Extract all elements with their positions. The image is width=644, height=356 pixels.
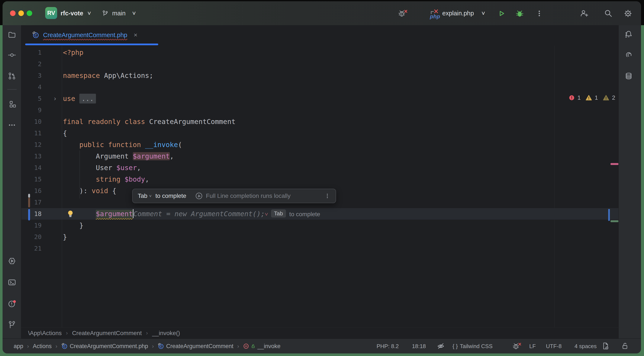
tab-filename: CreateArgumentComment.php [43, 32, 127, 39]
code-line[interactable]: namespace App\Actions; [63, 70, 153, 81]
php-version-widget[interactable]: PHP: 8.2 [376, 339, 399, 353]
php-class-icon: C [32, 31, 40, 39]
gutter-line-number[interactable]: 3 [26, 70, 42, 81]
code-line[interactable]: $argumentComment = new ArgumentComment()… [63, 208, 320, 220]
tab-close-icon[interactable]: × [134, 31, 138, 39]
tab-options-menu[interactable] [622, 31, 630, 39]
encoding-widget[interactable]: UTF-8 [546, 339, 562, 353]
code-line[interactable]: } [63, 220, 84, 231]
code-line[interactable]: } [63, 231, 67, 243]
code-with-me-button[interactable] [580, 9, 589, 18]
run-button[interactable] [497, 10, 506, 18]
branch-selector[interactable]: main [112, 1, 126, 25]
gutter-line-number[interactable]: 16 [26, 185, 42, 197]
weak-warning-count: 2 [612, 95, 615, 101]
fold-arrow-icon[interactable]: › [52, 93, 58, 104]
mute-breakpoints-status-icon[interactable] [513, 339, 522, 353]
code-line[interactable]: Argument $argument, [63, 150, 174, 162]
intention-bulb-icon[interactable] [66, 210, 75, 218]
highlighting-level-icon[interactable] [437, 339, 445, 353]
pull-requests-tool-icon[interactable] [8, 72, 16, 80]
stripe-ok-mark[interactable] [610, 220, 618, 222]
more-actions-menu[interactable] [535, 10, 543, 18]
structure-tool-icon[interactable] [8, 100, 16, 108]
run-config-php-icon[interactable]: php [428, 8, 440, 20]
code-line[interactable]: ): void { [63, 185, 116, 197]
project-selector[interactable]: rfc-vote [60, 1, 83, 25]
breadcrumb-item[interactable]: __invoke() [152, 330, 180, 336]
indent-widget[interactable]: 4 spaces [574, 339, 597, 353]
project-icon[interactable]: RV [45, 7, 57, 19]
gutter-line-number[interactable]: 21 [26, 243, 42, 254]
commit-tool-icon[interactable] [8, 51, 16, 59]
gutter-line-number[interactable]: 20 [26, 231, 42, 243]
stripe-error-mark[interactable] [610, 163, 618, 165]
version-control-tool-icon[interactable] [8, 320, 16, 329]
statusbar-path-item[interactable]: app [14, 343, 23, 349]
hint-more-menu[interactable] [324, 193, 330, 199]
close-window-button[interactable] [10, 11, 16, 16]
statusbar-path-item[interactable]: m__invoke [243, 343, 280, 349]
full-line-completion-icon [195, 192, 203, 200]
completion-hint-popup[interactable]: Tab ˅ to complete Full Line completion r… [132, 189, 336, 203]
code-line[interactable]: use ... [63, 93, 96, 104]
caret-position-widget[interactable]: 18:18 [412, 339, 426, 353]
tailwind-widget[interactable]: { } Tailwind CSS [452, 339, 492, 353]
code-line[interactable]: final readonly class CreateArgumentComme… [63, 116, 236, 127]
gutter-line-number[interactable]: 1 [26, 47, 42, 58]
editor[interactable]: 1<?php23namespace App\Actions;45›use ...… [21, 46, 618, 327]
problems-tool-icon[interactable] [8, 299, 16, 308]
project-tool-icon[interactable] [8, 30, 16, 39]
gutter-line-number[interactable]: 15 [26, 174, 42, 185]
statusbar-path-item[interactable]: CCreateArgumentComment [158, 343, 233, 349]
zoom-window-button[interactable] [27, 11, 32, 16]
statusbar-path-item[interactable]: Actions [33, 343, 52, 349]
git-branch-icon [102, 10, 109, 17]
gutter-line-number[interactable]: 9 [26, 104, 42, 116]
inline-completion-mark-icon: ˅ [265, 211, 268, 217]
gutter-line-number[interactable]: 13 [26, 150, 42, 162]
run-config-selector[interactable]: explain.php [442, 1, 474, 25]
breadcrumb-item[interactable]: \App\Actions [28, 330, 62, 336]
code-line[interactable]: <?php [63, 47, 84, 58]
gutter-line-number[interactable]: 10 [26, 116, 42, 127]
statusbar-separator-icon: › [56, 343, 57, 349]
svg-text:php: php [430, 13, 440, 20]
more-tools-icon[interactable] [8, 121, 16, 129]
stripe-caret-mark[interactable] [608, 209, 610, 221]
gutter-line-number[interactable]: 5 [26, 93, 42, 104]
tab-createargumentcomment[interactable]: C CreateArgumentComment.php × [25, 25, 158, 45]
svg-text:C: C [160, 344, 162, 348]
terminal-tool-icon[interactable] [8, 278, 16, 287]
breadcrumb-separator-icon: › [146, 330, 148, 336]
gutter-line-number[interactable]: 12 [26, 139, 42, 150]
ai-assistant-icon[interactable] [624, 51, 633, 59]
breadcrumb-item[interactable]: CreateArgumentComment [72, 330, 142, 336]
code-line[interactable]: public function __invoke( [63, 139, 182, 150]
inspections-widget[interactable]: 1 1 2 [568, 93, 618, 102]
gutter-line-number[interactable]: 2 [26, 58, 42, 70]
statusbar-path-item[interactable]: CCreateArgumentComment.php [61, 343, 148, 349]
gutter-line-number[interactable]: 19 [26, 220, 42, 231]
gutter-line-number[interactable]: 18 [26, 208, 42, 220]
code-line[interactable]: User $user, [63, 162, 141, 174]
gutter-line-number[interactable]: 14 [26, 162, 42, 174]
debug-button[interactable] [516, 10, 524, 18]
minimize-window-button[interactable] [18, 11, 24, 16]
php-class-icon: C [61, 343, 68, 349]
file-lock-icon[interactable] [621, 339, 629, 353]
search-everywhere-button[interactable] [604, 9, 613, 18]
gutter-line-number[interactable]: 11 [26, 127, 42, 139]
settings-button[interactable] [624, 9, 632, 18]
mute-breakpoints-icon[interactable] [398, 9, 408, 18]
database-tool-icon[interactable] [624, 72, 633, 81]
gutter-line-number[interactable]: 4 [26, 81, 42, 93]
inline-hint-text: to complete [289, 211, 320, 217]
hint-key-chevron-icon[interactable]: ˅ [149, 194, 152, 198]
line-ending-widget[interactable]: LF [529, 339, 536, 353]
code-line[interactable]: string $body, [63, 174, 149, 185]
code-line[interactable]: { [63, 127, 67, 139]
gutter-line-number[interactable]: 17 [26, 197, 42, 208]
indent-config-icon[interactable] [601, 339, 610, 353]
services-tool-icon[interactable] [8, 257, 16, 265]
